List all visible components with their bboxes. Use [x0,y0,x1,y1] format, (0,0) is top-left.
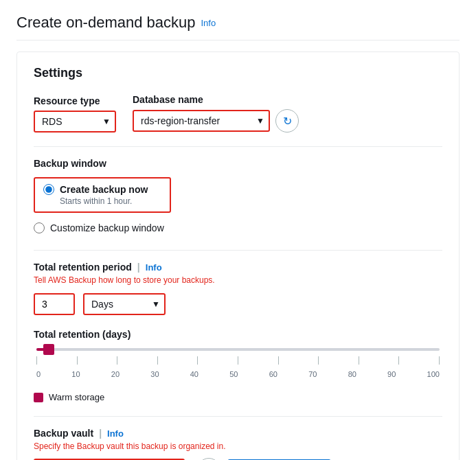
database-name-wrapper: rds-region-transfer ▼ [133,110,270,132]
vault-group: Backup vault | Info Specify the Backup v… [34,428,442,460]
slider-label-30: 30 [150,370,159,378]
slider-label-90: 90 [387,370,396,378]
vault-info-link[interactable]: Info [107,428,124,439]
tick-20 [117,356,117,365]
warm-storage-legend-box [34,393,43,402]
divider-3 [34,416,442,417]
backup-now-inner: Create backup now [43,184,161,195]
slider-section: Total retention (days) 0 10 [34,329,442,378]
vault-subtitle: Specify the Backup vault this backup is … [34,441,442,451]
retention-period-title-row: Total retention period | Info [34,262,442,273]
retention-unit-select[interactable]: DaysWeeksMonthsYears [83,293,166,315]
customize-window-option[interactable]: Customize backup window [34,220,442,236]
backup-now-box: Create backup now Starts within 1 hour. [34,177,171,213]
slider-container: 0 10 20 30 40 50 60 70 80 90 100 [34,348,442,378]
divider-1 [34,146,442,147]
retention-period-group: Total retention period | Info Tell AWS B… [34,262,442,315]
retention-period-title: Total retention period [34,262,132,273]
divider-2 [34,250,442,251]
slider-label-20: 20 [111,370,120,378]
tick-100 [439,356,440,365]
resource-type-wrapper: RDSEFSDynamoDBEC2S3 ▼ [34,111,116,133]
database-name-row: rds-region-transfer ▼ ↻ [133,109,299,133]
slider-label-50: 50 [229,370,238,378]
customize-window-label: Customize backup window [50,222,164,233]
warm-storage-legend-label: Warm storage [49,392,104,402]
slider-track [36,348,440,351]
database-name-select[interactable]: rds-region-transfer [133,110,270,132]
slider-title: Total retention (days) [34,329,442,340]
vault-title: Backup vault [34,428,93,439]
resource-database-row: Resource type RDSEFSDynamoDBEC2S3 ▼ Data… [34,94,442,133]
database-refresh-button[interactable]: ↻ [275,109,299,133]
slider-ticks [36,356,440,367]
slider-label-60: 60 [269,370,277,378]
tick-80 [359,356,359,365]
slider-label-100: 100 [427,370,440,378]
slider-label-70: 70 [308,370,317,378]
resource-type-label: Resource type [34,95,116,106]
retention-value-input[interactable] [34,293,75,315]
tick-40 [197,356,198,365]
tick-30 [157,356,158,365]
slider-label-80: 80 [348,370,356,378]
tick-70 [318,356,319,365]
backup-now-radio[interactable] [43,184,54,195]
slider-labels: 0 10 20 30 40 50 60 70 80 90 100 [36,370,440,378]
slider-label-10: 10 [71,370,80,378]
retention-info-link[interactable]: Info [146,262,162,273]
resource-type-select[interactable]: RDSEFSDynamoDBEC2S3 [34,111,116,133]
slider-label-40: 40 [190,370,199,378]
settings-section: Settings Resource type RDSEFSDynamoDBEC2… [16,51,460,460]
resource-type-group: Resource type RDSEFSDynamoDBEC2S3 ▼ [34,95,116,133]
backup-window-options: Create backup now Starts within 1 hour. … [34,177,442,236]
tick-10 [77,356,78,365]
page-title: Create on-demand backup [16,14,196,32]
retention-input-row: DaysWeeksMonthsYears ▼ [34,293,442,315]
vault-title-row: Backup vault | Info [34,428,442,439]
backup-now-sublabel: Starts within 1 hour. [43,196,161,206]
page-info-link[interactable]: Info [201,18,216,28]
backup-now-label: Create backup now [60,184,148,195]
slider-label-0: 0 [36,370,41,378]
page-header: Create on-demand backup Info [16,14,460,41]
tick-90 [398,356,399,365]
backup-window-title: Backup window [34,158,442,169]
legend-row: Warm storage [34,392,442,402]
slider-thumb [43,344,54,355]
backup-window-group: Backup window Create backup now Starts w… [34,158,442,236]
retention-unit-wrapper: DaysWeeksMonthsYears ▼ [83,293,166,315]
refresh-icon: ↻ [283,115,292,128]
customize-window-radio[interactable] [34,222,45,233]
backup-now-option[interactable]: Create backup now Starts within 1 hour. [34,177,442,213]
database-name-group: Database name rds-region-transfer ▼ ↻ [133,94,299,133]
retention-period-subtitle: Tell AWS Backup how long to store your b… [34,275,442,285]
tick-50 [238,356,238,365]
database-name-label: Database name [133,94,299,105]
tick-60 [278,356,279,365]
tick-0 [36,356,37,365]
settings-title: Settings [34,66,442,80]
